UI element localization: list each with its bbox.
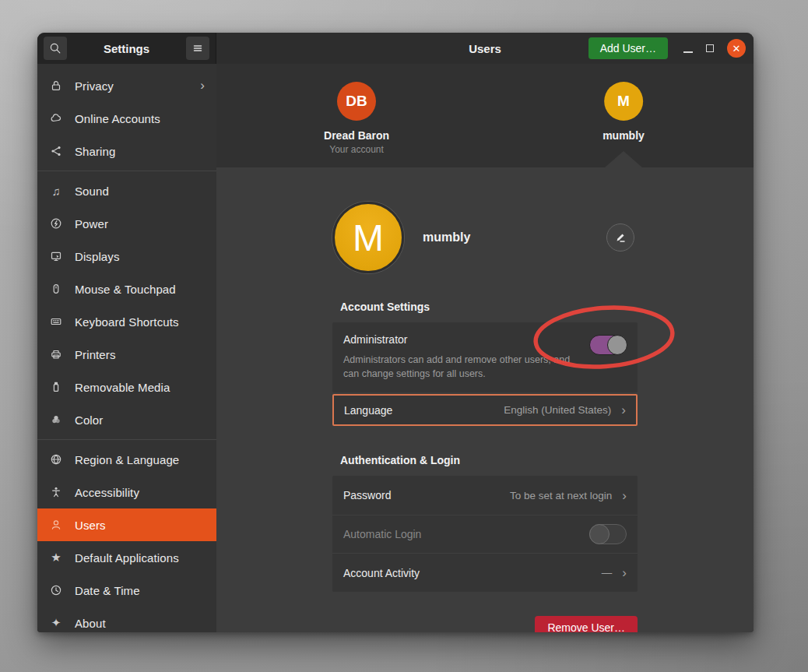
star-icon: ★	[49, 551, 63, 565]
automatic-login-label: Automatic Login	[343, 528, 589, 540]
sidebar-item-sharing[interactable]: Sharing	[37, 135, 216, 167]
sidebar-item-label: Default Applications	[75, 551, 205, 565]
sidebar-item-about[interactable]: ✦About	[37, 607, 216, 632]
chevron-right-icon: ›	[622, 566, 627, 579]
add-user-button[interactable]: Add User…	[588, 37, 668, 59]
sidebar-item-label: Region & Language	[75, 453, 205, 466]
close-icon[interactable]: ✕	[727, 39, 746, 58]
globe-icon	[49, 453, 63, 466]
sidebar-item-label: Mouse & Touchpad	[75, 283, 205, 296]
chevron-right-icon: ›	[622, 489, 627, 502]
music-note-icon: ♫	[49, 185, 63, 198]
sidebar-item-online-accounts[interactable]: Online Accounts	[37, 102, 216, 135]
main-area: DBDread BaronYour accountMmumbly M mumbl…	[216, 64, 754, 632]
avatar: M	[604, 82, 643, 121]
automatic-login-toggle[interactable]	[589, 524, 627, 544]
carousel-user-subtitle: Your account	[329, 144, 384, 155]
primary-menu-button[interactable]	[186, 37, 209, 60]
sidebar-item-displays[interactable]: Displays	[37, 240, 216, 273]
administrator-label: Administrator	[343, 333, 627, 346]
avatar: DB	[337, 82, 376, 121]
remove-row: Remove User…	[332, 616, 638, 632]
carousel-user-name: Dread Baron	[324, 129, 389, 142]
sidebar-item-label: Sound	[75, 185, 205, 198]
sidebar-item-sound[interactable]: ♫Sound	[37, 174, 216, 207]
sidebar-item-label: Printers	[75, 348, 205, 361]
sidebar-item-accessibility[interactable]: Accessibility	[37, 476, 216, 508]
sidebar-item-label: Accessibility	[75, 486, 205, 499]
sidebar-item-label: Power	[75, 217, 205, 230]
flash-drive-icon	[49, 381, 63, 393]
power-icon	[49, 217, 63, 230]
sidebar-item-region-language[interactable]: Region & Language	[37, 443, 216, 476]
sidebar-item-label: Sharing	[75, 145, 205, 158]
auth-card: Password To be set at next login › Autom…	[332, 476, 638, 592]
sidebar-item-power[interactable]: Power	[37, 207, 216, 240]
page-title: Users	[216, 42, 754, 55]
account-settings-heading: Account Settings	[340, 301, 638, 313]
language-row[interactable]: Language English (United States) ›	[332, 394, 638, 426]
headerbar-left: Settings	[37, 33, 216, 64]
carousel-user-dread-baron[interactable]: DBDread BaronYour account	[324, 82, 389, 155]
password-row[interactable]: Password To be set at next login ›	[332, 476, 638, 515]
window-body: Privacy›Online AccountsSharing♫SoundPowe…	[37, 64, 754, 632]
minimize-icon[interactable]	[683, 51, 693, 53]
sidebar-item-color[interactable]: Color	[37, 403, 216, 436]
keyboard-icon	[49, 315, 63, 328]
maximize-icon[interactable]	[706, 44, 714, 52]
user-panel: M mumbly Account Settings Administrator …	[216, 167, 754, 632]
password-value: To be set at next login	[510, 490, 612, 501]
search-button[interactable]	[44, 37, 67, 60]
person-icon	[49, 519, 63, 531]
chevron-right-icon: ›	[621, 403, 626, 417]
clock-icon	[49, 584, 63, 596]
panel-content: M mumbly Account Settings Administrator …	[332, 167, 638, 632]
avatar[interactable]: M	[332, 202, 404, 273]
toggle-knob	[607, 335, 627, 355]
password-label: Password	[343, 489, 510, 501]
share-nodes-icon	[49, 145, 63, 157]
remove-user-button[interactable]: Remove User…	[535, 616, 638, 632]
language-label: Language	[344, 404, 504, 417]
sidebar-item-label: Keyboard Shortcuts	[75, 315, 205, 329]
accessibility-icon	[49, 486, 63, 498]
account-activity-label: Account Activity	[343, 567, 602, 579]
search-icon	[49, 42, 61, 55]
sidebar-item-printers[interactable]: Printers	[37, 338, 216, 371]
color-circles-icon	[49, 413, 63, 426]
profile-name: mumbly	[423, 230, 470, 245]
edit-name-button[interactable]	[606, 223, 634, 252]
headerbar-right: Users Add User… ✕	[216, 33, 754, 64]
sidebar-item-label: About	[75, 617, 205, 630]
hamburger-icon	[191, 42, 204, 55]
window-controls: ✕	[683, 39, 746, 58]
pencil-icon	[614, 231, 627, 244]
sparkle-icon: ✦	[49, 616, 63, 630]
administrator-toggle[interactable]	[589, 335, 627, 355]
language-value: English (United States)	[504, 404, 611, 416]
automatic-login-row: Automatic Login	[332, 515, 638, 554]
sidebar-item-keyboard-shortcuts[interactable]: Keyboard Shortcuts	[37, 305, 216, 338]
sidebar-item-date-time[interactable]: Date & Time	[37, 574, 216, 607]
sidebar-item-privacy[interactable]: Privacy›	[37, 69, 216, 102]
lock-icon	[49, 79, 63, 92]
cloud-icon	[49, 112, 63, 125]
display-icon	[49, 250, 63, 262]
carousel-user-name: mumbly	[602, 129, 645, 142]
sidebar-item-label: Removable Media	[75, 381, 205, 394]
auth-heading: Authentication & Login	[340, 454, 638, 466]
sidebar-item-mouse-touchpad[interactable]: Mouse & Touchpad	[37, 273, 216, 305]
account-settings-card: Administrator Administrators can add and…	[332, 322, 638, 392]
sidebar-item-users[interactable]: Users	[37, 508, 216, 541]
sidebar-item-removable-media[interactable]: Removable Media	[37, 371, 216, 403]
toggle-knob	[589, 524, 610, 544]
sidebar-separator	[37, 171, 216, 171]
account-activity-value: —	[602, 567, 613, 579]
sidebar-item-label: Online Accounts	[75, 112, 205, 125]
sidebar-item-default-applications[interactable]: ★Default Applications	[37, 541, 216, 574]
account-activity-row[interactable]: Account Activity — ›	[332, 553, 638, 592]
carousel-user-mumbly[interactable]: Mmumbly	[602, 82, 645, 142]
printer-icon	[49, 348, 63, 361]
selected-user-notch	[605, 151, 642, 167]
sidebar-item-label: Privacy	[75, 79, 188, 93]
